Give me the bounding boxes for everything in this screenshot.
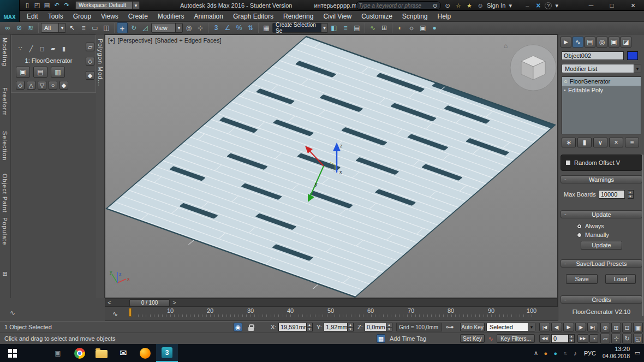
tab-motion-icon[interactable]: ◎ xyxy=(597,37,607,48)
tray-expand-icon[interactable]: ∧ xyxy=(532,349,540,358)
taskbar-3dsmax-active[interactable]: 3 xyxy=(156,344,178,362)
tab-utilities-icon[interactable]: ◪ xyxy=(621,37,631,48)
current-frame-spinner[interactable]: ▲▼ xyxy=(569,334,575,343)
menu-create[interactable]: Create xyxy=(123,13,153,20)
ribbon-dock-icon[interactable]: ⊞ xyxy=(1,269,9,278)
zoom-icon[interactable]: ⊕ xyxy=(600,323,610,333)
menu-customize[interactable]: Customize xyxy=(356,13,397,20)
workspace-selector[interactable]: Workspace: Default ▾ xyxy=(75,1,140,9)
save-preset-button[interactable]: Save xyxy=(566,274,598,284)
open-mini-listener-icon[interactable]: ∿ xyxy=(8,308,17,318)
bind-to-spacewarp-icon[interactable]: ≋ xyxy=(25,22,36,33)
y-coord-field[interactable]: 1,92mm xyxy=(324,323,348,331)
viewport-menu-general[interactable]: [+] xyxy=(108,37,115,44)
star-icon[interactable]: ★ xyxy=(465,1,474,10)
modify-tool-button-4[interactable]: ◇ xyxy=(16,81,25,90)
reference-coordinate-dropdown[interactable]: View ▾ xyxy=(151,23,183,33)
search-input[interactable] xyxy=(359,3,432,9)
layer-manager-icon[interactable]: ▤ xyxy=(351,22,362,33)
edit-named-sets-icon[interactable]: ▦ xyxy=(261,22,272,33)
render-setup-icon[interactable]: ☼ xyxy=(406,22,417,33)
max-logo[interactable]: MAX xyxy=(0,0,20,22)
undo-icon[interactable]: ↶ xyxy=(52,1,61,10)
help-icon[interactable]: ? xyxy=(545,2,552,9)
go-to-start-button[interactable]: |◀ xyxy=(539,323,550,331)
menu-edit[interactable]: Edit xyxy=(22,13,43,20)
max-boards-spinner[interactable]: ▲▼ xyxy=(628,190,634,199)
language-indicator[interactable]: РУС xyxy=(581,350,599,357)
previous-key-button[interactable]: ◀◀ xyxy=(539,334,550,343)
edge-subobject-icon[interactable]: ╱ xyxy=(27,44,35,53)
taskbar-chrome[interactable] xyxy=(69,344,91,362)
time-slider-prev-icon[interactable]: < xyxy=(106,299,113,306)
align-icon[interactable]: ≡ xyxy=(340,22,351,33)
track-bar[interactable]: 10 20 30 40 50 60 70 80 90 100 xyxy=(105,307,558,321)
time-slider-handle[interactable]: 0 / 100 xyxy=(129,299,170,306)
tab-create-icon[interactable]: ► xyxy=(560,37,571,48)
modify-tool-button-7[interactable]: ○ xyxy=(49,81,57,90)
select-by-name-icon[interactable]: ≡ xyxy=(78,22,89,33)
mini-curve-editor-button[interactable]: ∿ xyxy=(110,309,120,319)
snaps-toggle-icon[interactable]: 3 xyxy=(211,22,222,33)
sign-in-chevron-icon[interactable]: ▾ xyxy=(508,1,513,10)
vertex-subobject-icon[interactable]: ∵ xyxy=(16,44,25,53)
border-subobject-icon[interactable]: ◻ xyxy=(38,44,46,53)
modify-tool-button-2[interactable]: ▤ xyxy=(33,67,47,78)
curve-editor-icon[interactable]: ∿ xyxy=(367,22,378,33)
clock[interactable]: 13:20 04.06.2018 xyxy=(600,346,632,360)
previous-frame-button[interactable]: ◀| xyxy=(551,323,562,331)
load-preset-button[interactable]: Load xyxy=(605,274,636,284)
object-name-field[interactable]: Object002 xyxy=(562,51,624,60)
communication-search-icon[interactable]: ⊙ xyxy=(443,1,452,10)
rendered-frame-window-icon[interactable]: ▣ xyxy=(418,22,428,33)
floor-object[interactable] xyxy=(105,37,555,298)
sign-in-link[interactable]: Sign In xyxy=(487,2,505,9)
random-offset-checkbox[interactable] xyxy=(565,160,571,165)
modify-tool-button-3[interactable]: ▥ xyxy=(51,67,65,78)
make-unique-button[interactable]: ∨ xyxy=(593,138,607,147)
viewport-canvas[interactable]: x z y x y z ⌂ xyxy=(105,35,558,298)
new-file-icon[interactable]: ▯ xyxy=(23,1,32,10)
open-file-icon[interactable]: ◰ xyxy=(33,1,41,10)
panel-option-button-3[interactable]: ◆ xyxy=(86,71,94,80)
next-key-button[interactable]: ▶▶ xyxy=(577,334,588,343)
taskbar-firefox[interactable] xyxy=(134,344,156,362)
spinner-snap-icon[interactable]: ⇅ xyxy=(245,22,256,33)
x-coord-spinner[interactable]: ▲▼ xyxy=(307,323,313,331)
rollout-header-update[interactable]: - Update xyxy=(560,210,642,218)
tray-volume-icon[interactable]: ♪ xyxy=(571,349,580,358)
schematic-view-icon[interactable]: ⊞ xyxy=(379,22,390,33)
time-position-marker[interactable] xyxy=(129,308,132,317)
pan-view-icon[interactable]: ⊹ xyxy=(611,334,621,343)
zoom-extents-all-icon[interactable]: ▣ xyxy=(633,323,643,333)
modify-tool-button-8[interactable]: ◆ xyxy=(59,81,68,90)
field-of-view-icon[interactable]: ▱ xyxy=(600,334,610,343)
maximize-viewport-toggle-icon[interactable]: ◱ xyxy=(633,334,643,343)
select-and-rotate-icon[interactable]: ↻ xyxy=(128,22,139,33)
show-end-result-button[interactable]: ▮ xyxy=(577,138,592,147)
menu-animation[interactable]: Animation xyxy=(189,13,228,20)
action-center-icon[interactable]: ▭ xyxy=(633,349,642,358)
ribbon-tab-freeform[interactable]: Freeform xyxy=(2,87,8,116)
max-boards-field[interactable]: 10000 xyxy=(599,190,625,199)
element-subobject-icon[interactable]: ▮ xyxy=(59,44,68,53)
modifier-enabled-bulb-icon[interactable]: ○ xyxy=(564,78,568,85)
modify-tool-button-1[interactable]: ▣ xyxy=(16,67,30,78)
tray-app-teal-icon[interactable]: ● xyxy=(551,349,560,358)
panel-option-button-2[interactable]: ◇ xyxy=(86,57,94,66)
time-configuration-button[interactable]: ◔ xyxy=(589,334,598,343)
select-and-scale-icon[interactable]: ◿ xyxy=(140,22,151,33)
zoom-extents-icon[interactable]: ⊡ xyxy=(622,323,632,333)
menu-civil-view[interactable]: Civil View xyxy=(318,13,356,20)
maximize-button[interactable]: □ xyxy=(601,0,622,11)
use-center-icon[interactable]: ◎ xyxy=(183,22,194,33)
menu-group[interactable]: Group xyxy=(68,13,96,20)
percent-snap-icon[interactable]: % xyxy=(234,22,245,33)
redo-icon[interactable]: ↷ xyxy=(62,1,71,10)
start-button[interactable] xyxy=(0,344,25,362)
play-button[interactable]: ▶ xyxy=(563,323,574,331)
modifier-list-dropdown[interactable]: Modifier List ▾ xyxy=(562,64,641,73)
select-object-icon[interactable]: ↖ xyxy=(67,22,77,33)
y-coord-spinner[interactable]: ▲▼ xyxy=(348,323,354,331)
rollout-header-presets[interactable]: - Save/Load Presets xyxy=(560,259,642,268)
